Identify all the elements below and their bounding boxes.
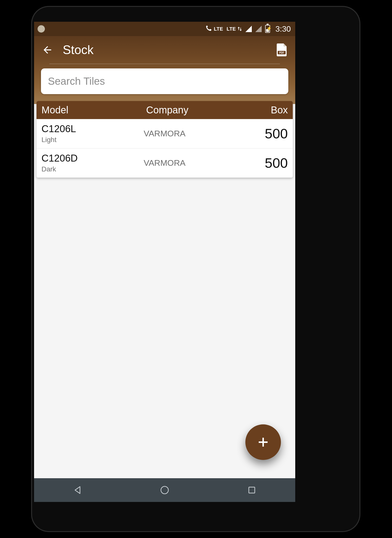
nav-back-button[interactable] (71, 483, 84, 497)
cell-model: C1206D (41, 152, 144, 164)
circle-home-icon (160, 485, 170, 495)
export-pdf-button[interactable]: PDF (275, 43, 288, 57)
header-company: Company (146, 104, 251, 116)
arrow-left-icon (42, 44, 53, 56)
signal-icon (245, 26, 252, 32)
table-row[interactable]: C1206L Light VARMORA 500 (37, 119, 293, 148)
battery-charging-icon: ⚡ (265, 25, 270, 33)
nav-recents-button[interactable] (245, 483, 259, 497)
cell-company: VARMORA (144, 129, 246, 138)
pdf-file-icon: PDF (276, 43, 287, 56)
app-header: Stock PDF (34, 36, 295, 104)
page-title: Stock (63, 43, 266, 57)
lte-label-1: LTE (214, 26, 223, 32)
square-recents-icon (247, 485, 257, 495)
svg-rect-3 (259, 441, 268, 443)
header-box: Box (251, 104, 288, 116)
svg-rect-5 (249, 487, 255, 493)
cell-model: C1206L (41, 123, 144, 134)
stock-table: Model Company Box C1206L Light VARMORA 5… (37, 101, 293, 178)
svg-point-4 (161, 486, 168, 494)
header-divider (49, 64, 280, 64)
data-lte-indicator: LTE (227, 26, 242, 32)
call-lte-indicator: LTE (205, 26, 223, 32)
cell-variant: Light (41, 136, 144, 144)
table-row[interactable]: C1206D Dark VARMORA 500 (37, 148, 293, 178)
lte-label-2: LTE (227, 26, 236, 32)
screen: LTE LTE ⚡ 3:30 (34, 22, 295, 502)
status-bar: LTE LTE ⚡ 3:30 (34, 22, 295, 36)
system-nav-bar (34, 478, 295, 502)
loading-spinner-icon (38, 25, 45, 33)
search-container (41, 68, 288, 94)
cell-company: VARMORA (144, 158, 246, 168)
table-header-row: Model Company Box (37, 101, 293, 119)
add-stock-fab[interactable] (245, 424, 281, 460)
data-arrows-icon (237, 26, 242, 32)
cell-box: 500 (246, 155, 288, 171)
cell-box: 500 (246, 125, 288, 142)
back-button[interactable] (41, 43, 54, 56)
nav-home-button[interactable] (158, 483, 172, 497)
header-model: Model (41, 104, 146, 116)
status-clock: 3:30 (275, 24, 291, 34)
search-input[interactable] (48, 75, 281, 87)
triangle-back-icon (73, 485, 82, 495)
cell-variant: Dark (41, 165, 144, 173)
svg-text:PDF: PDF (279, 51, 284, 54)
signal-icon-secondary (255, 26, 262, 32)
plus-icon (256, 435, 270, 449)
